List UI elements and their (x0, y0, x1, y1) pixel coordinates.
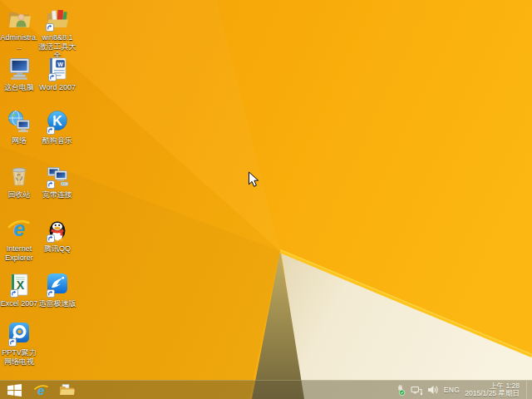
thunder-bird-icon (45, 272, 70, 298)
desktop-icon-label: Internet Explorer (0, 244, 38, 262)
desktop-icon-word-2007[interactable]: W Word 2007 (38, 56, 76, 92)
desktop: Administra... win8&8.1激活工具大全 这台 (0, 0, 532, 399)
desktop-icon-label: Word 2007 (39, 83, 76, 92)
desktop-icon-internet-explorer[interactable]: e Internet Explorer (0, 217, 38, 262)
svg-text:K: K (52, 114, 62, 128)
mouse-cursor (248, 171, 259, 188)
desktop-icon-pptv[interactable]: PPTV聚力 网络电视 (0, 321, 38, 366)
desktop-icon-administrator-folder[interactable]: Administra... (0, 6, 38, 51)
system-tray: ENG 上午 1:28 2015/1/25 星期日 (395, 381, 530, 399)
desktop-icon-kugou-music[interactable]: K 酷狗音乐 (38, 109, 76, 145)
broadband-icon (45, 163, 70, 190)
recycle-bin-icon (7, 163, 32, 190)
file-explorer-icon (59, 383, 75, 397)
internet-explorer-icon: e (33, 383, 49, 397)
excel-document-icon: X (7, 272, 32, 298)
windows-logo-icon (7, 384, 22, 397)
taskbar-internet-explorer[interactable]: e (28, 381, 54, 399)
desktop-icon-network[interactable]: 网络 (0, 109, 38, 145)
desktop-icon-excel-2007[interactable]: X Excel 2007 (0, 272, 38, 308)
clock-date: 2015/1/25 星期日 (465, 390, 520, 398)
network-globe-icon (7, 109, 32, 135)
show-desktop-button[interactable] (526, 381, 530, 399)
svg-text:X: X (17, 278, 25, 292)
desktop-icon-label: 网络 (12, 136, 27, 145)
tray-network-icon[interactable] (411, 381, 422, 399)
desktop-icon-label: PPTV聚力 网络电视 (0, 348, 38, 366)
desktop-icon-win8-activation-tools[interactable]: win8&8.1激活工具大全 (38, 6, 76, 60)
desktop-icon-recycle-bin[interactable]: 回收站 (0, 163, 38, 200)
computer-icon (7, 56, 32, 82)
desktop-icon-label: 回收站 (8, 190, 31, 200)
desktop-icon-label: 腾讯QQ (44, 244, 71, 254)
desktop-icon-label: 迅雷极速版 (39, 299, 76, 308)
desktop-icon-label: 酷狗音乐 (42, 136, 72, 145)
kugou-icon: K (45, 109, 70, 135)
svg-text:W: W (57, 62, 63, 67)
taskbar: e (0, 380, 532, 399)
taskbar-clock[interactable]: 上午 1:28 2015/1/25 星期日 (465, 382, 521, 398)
qq-penguin-icon (45, 217, 70, 244)
tray-volume-icon[interactable] (427, 381, 439, 399)
start-button[interactable] (0, 381, 28, 399)
desktop-icon-label: Excel 2007 (1, 299, 38, 308)
taskbar-file-explorer[interactable] (54, 381, 80, 399)
desktop-icon-broadband-connection[interactable]: 宽带连接 (38, 163, 76, 200)
internet-explorer-icon: e (7, 217, 32, 244)
user-folder-icon (7, 6, 32, 32)
desktop-icon-tencent-qq[interactable]: 腾讯QQ (38, 217, 76, 254)
books-folder-icon (45, 6, 70, 32)
wallpaper (0, 0, 532, 399)
desktop-icon-label: Administra... (0, 33, 38, 51)
language-indicator[interactable]: ENG (444, 386, 461, 394)
desktop-icon-thunder-speed[interactable]: 迅雷极速版 (38, 272, 76, 308)
desktop-icon-this-pc[interactable]: 这台电脑 (0, 56, 38, 92)
tray-device-safely-remove-icon[interactable] (395, 381, 406, 399)
word-document-icon: W (45, 56, 70, 82)
pptv-icon (7, 321, 32, 347)
desktop-icon-label: 这台电脑 (4, 83, 34, 92)
desktop-icon-label: 宽带连接 (42, 190, 72, 200)
